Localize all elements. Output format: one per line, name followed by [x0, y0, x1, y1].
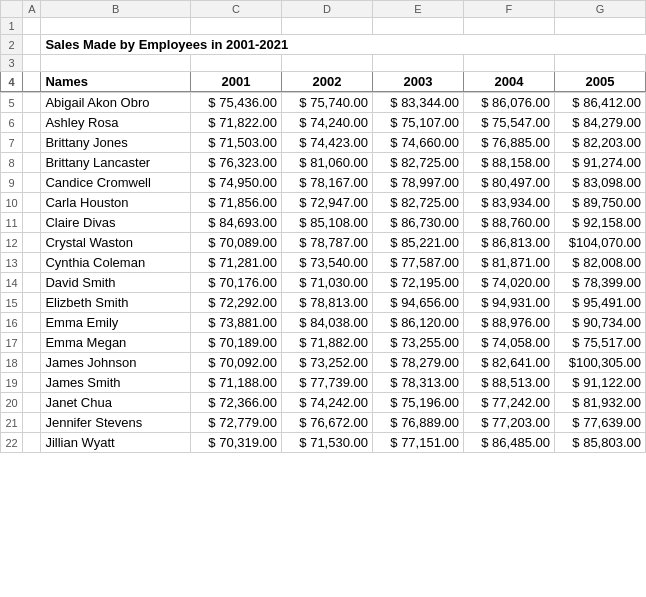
cell-v2004[interactable]: $ 82,641.00: [463, 353, 554, 373]
cell-v2002[interactable]: $ 85,108.00: [282, 213, 373, 233]
cell-name[interactable]: Carla Houston: [41, 193, 191, 213]
cell-name[interactable]: Brittany Lancaster: [41, 153, 191, 173]
cell-v2004[interactable]: $ 74,020.00: [463, 273, 554, 293]
cell-v2002[interactable]: $ 84,038.00: [282, 313, 373, 333]
cell-v2005[interactable]: $ 91,274.00: [554, 153, 645, 173]
cell-v2001[interactable]: $ 71,503.00: [191, 133, 282, 153]
cell-b3[interactable]: [41, 55, 191, 72]
cell-v2005[interactable]: $ 90,734.00: [554, 313, 645, 333]
cell-name[interactable]: Claire Divas: [41, 213, 191, 233]
cell-v2002[interactable]: $ 71,882.00: [282, 333, 373, 353]
cell-name[interactable]: Janet Chua: [41, 393, 191, 413]
cell-v2002[interactable]: $ 71,030.00: [282, 273, 373, 293]
cell-v2005[interactable]: $ 75,517.00: [554, 333, 645, 353]
cell-v2001[interactable]: $ 73,881.00: [191, 313, 282, 333]
cell-v2002[interactable]: $ 73,252.00: [282, 353, 373, 373]
cell-v2002[interactable]: $ 74,242.00: [282, 393, 373, 413]
cell-v2001[interactable]: $ 70,176.00: [191, 273, 282, 293]
cell-v2003[interactable]: $ 75,107.00: [373, 113, 464, 133]
cell-v2003[interactable]: $ 77,151.00: [373, 433, 464, 453]
col-header-e[interactable]: E: [373, 1, 464, 18]
cell-v2001[interactable]: $ 74,950.00: [191, 173, 282, 193]
cell-a6[interactable]: [23, 113, 41, 133]
cell-v2002[interactable]: $ 74,423.00: [282, 133, 373, 153]
cell-v2005[interactable]: $ 91,122.00: [554, 373, 645, 393]
cell-v2004[interactable]: $ 86,076.00: [463, 93, 554, 113]
cell-a4[interactable]: [23, 72, 41, 92]
cell-name[interactable]: Candice Cromwell: [41, 173, 191, 193]
cell-v2001[interactable]: $ 72,292.00: [191, 293, 282, 313]
cell-v2002[interactable]: $ 72,947.00: [282, 193, 373, 213]
cell-v2002[interactable]: $ 76,672.00: [282, 413, 373, 433]
cell-name[interactable]: Jillian Wyatt: [41, 433, 191, 453]
cell-g1[interactable]: [554, 18, 645, 35]
col-header-g[interactable]: G: [554, 1, 645, 18]
cell-v2002[interactable]: $ 78,787.00: [282, 233, 373, 253]
cell-v2001[interactable]: $ 70,319.00: [191, 433, 282, 453]
cell-v2002[interactable]: $ 81,060.00: [282, 153, 373, 173]
cell-v2003[interactable]: $ 78,313.00: [373, 373, 464, 393]
cell-v2003[interactable]: $ 78,279.00: [373, 353, 464, 373]
cell-b1[interactable]: [41, 18, 191, 35]
cell-v2001[interactable]: $ 71,822.00: [191, 113, 282, 133]
cell-a5[interactable]: [23, 93, 41, 113]
cell-v2004[interactable]: $ 80,497.00: [463, 173, 554, 193]
cell-name[interactable]: David Smith: [41, 273, 191, 293]
cell-v2003[interactable]: $ 86,120.00: [373, 313, 464, 333]
cell-v2004[interactable]: $ 88,760.00: [463, 213, 554, 233]
cell-a8[interactable]: [23, 153, 41, 173]
cell-v2005[interactable]: $ 81,932.00: [554, 393, 645, 413]
cell-a19[interactable]: [23, 373, 41, 393]
cell-v2004[interactable]: $ 88,158.00: [463, 153, 554, 173]
cell-v2004[interactable]: $ 81,871.00: [463, 253, 554, 273]
cell-v2004[interactable]: $ 86,813.00: [463, 233, 554, 253]
cell-v2001[interactable]: $ 75,436.00: [191, 93, 282, 113]
cell-v2004[interactable]: $ 77,203.00: [463, 413, 554, 433]
cell-v2003[interactable]: $ 75,196.00: [373, 393, 464, 413]
cell-v2005[interactable]: $ 95,491.00: [554, 293, 645, 313]
cell-v2004[interactable]: $ 83,934.00: [463, 193, 554, 213]
cell-e1[interactable]: [373, 18, 464, 35]
cell-v2004[interactable]: $ 88,513.00: [463, 373, 554, 393]
cell-name[interactable]: Emma Emily: [41, 313, 191, 333]
col-header-a[interactable]: A: [23, 1, 41, 18]
cell-v2004[interactable]: $ 88,976.00: [463, 313, 554, 333]
cell-a15[interactable]: [23, 293, 41, 313]
cell-name[interactable]: Elizbeth Smith: [41, 293, 191, 313]
cell-v2001[interactable]: $ 71,188.00: [191, 373, 282, 393]
cell-a18[interactable]: [23, 353, 41, 373]
cell-a13[interactable]: [23, 253, 41, 273]
cell-v2003[interactable]: $ 72,195.00: [373, 273, 464, 293]
cell-name[interactable]: Jennifer Stevens: [41, 413, 191, 433]
cell-v2005[interactable]: $ 77,639.00: [554, 413, 645, 433]
cell-v2002[interactable]: $ 74,240.00: [282, 113, 373, 133]
cell-d1[interactable]: [282, 18, 373, 35]
cell-v2005[interactable]: $ 83,098.00: [554, 173, 645, 193]
cell-a3[interactable]: [23, 55, 41, 72]
cell-v2003[interactable]: $ 76,889.00: [373, 413, 464, 433]
cell-name[interactable]: James Smith: [41, 373, 191, 393]
cell-name[interactable]: James Johnson: [41, 353, 191, 373]
cell-v2005[interactable]: $ 84,279.00: [554, 113, 645, 133]
cell-v2002[interactable]: $ 71,530.00: [282, 433, 373, 453]
cell-v2001[interactable]: $ 70,189.00: [191, 333, 282, 353]
cell-v2003[interactable]: $ 82,725.00: [373, 153, 464, 173]
cell-v2002[interactable]: $ 77,739.00: [282, 373, 373, 393]
cell-v2003[interactable]: $ 74,660.00: [373, 133, 464, 153]
cell-name[interactable]: Emma Megan: [41, 333, 191, 353]
cell-d3[interactable]: [282, 55, 373, 72]
cell-v2003[interactable]: $ 94,656.00: [373, 293, 464, 313]
cell-v2002[interactable]: $ 75,740.00: [282, 93, 373, 113]
cell-v2003[interactable]: $ 83,344.00: [373, 93, 464, 113]
cell-c1[interactable]: [191, 18, 282, 35]
cell-e3[interactable]: [373, 55, 464, 72]
cell-v2003[interactable]: $ 82,725.00: [373, 193, 464, 213]
cell-c3[interactable]: [191, 55, 282, 72]
cell-v2001[interactable]: $ 71,281.00: [191, 253, 282, 273]
cell-v2005[interactable]: $ 82,008.00: [554, 253, 645, 273]
cell-v2002[interactable]: $ 73,540.00: [282, 253, 373, 273]
cell-a2[interactable]: [23, 35, 41, 55]
cell-v2001[interactable]: $ 70,089.00: [191, 233, 282, 253]
col-header-d[interactable]: D: [282, 1, 373, 18]
cell-a9[interactable]: [23, 173, 41, 193]
